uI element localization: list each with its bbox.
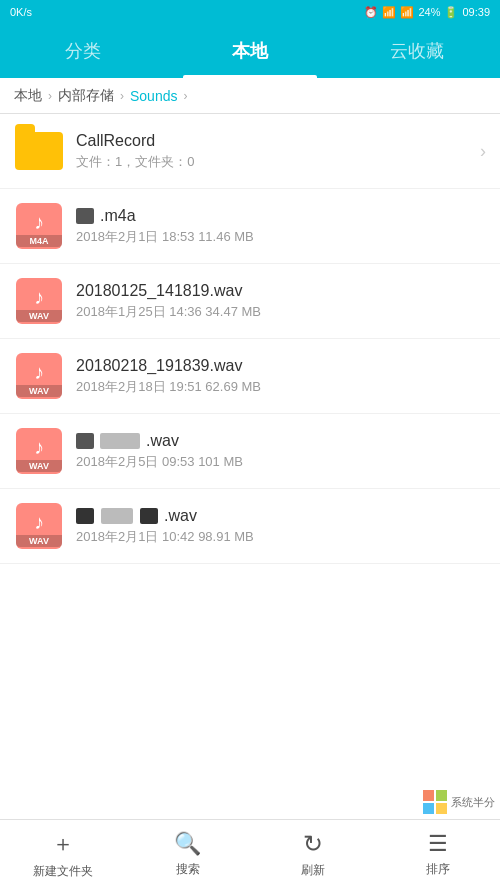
file-info: .wav 2018年2月5日 09:53 101 MB (76, 432, 486, 471)
tab-local-label: 本地 (232, 39, 268, 63)
new-folder-button[interactable]: ＋ 新建文件夹 (0, 829, 125, 880)
breadcrumb: 本地 › 内部存储 › Sounds › (0, 78, 500, 114)
file-meta: 文件：1，文件夹：0 (76, 153, 472, 171)
bottom-bar: ＋ 新建文件夹 🔍 搜索 ↺ 刷新 ☰ 排序 (0, 819, 500, 889)
breadcrumb-sounds[interactable]: Sounds (130, 88, 177, 104)
battery-level: 24% (418, 6, 440, 18)
audio-icon: ♪ WAV (14, 351, 64, 401)
breadcrumb-sep-3: › (183, 89, 187, 103)
refresh-button[interactable]: ↺ 刷新 (250, 830, 375, 879)
format-label: M4A (16, 235, 62, 247)
alarm-icon: ⏰ (364, 6, 378, 19)
windows-logo-icon (423, 790, 447, 814)
breadcrumb-internal[interactable]: 内部存储 (58, 87, 114, 105)
audio-icon: ♪ WAV (14, 501, 64, 551)
file-info: .m4a 2018年2月1日 18:53 11.46 MB (76, 207, 486, 246)
file-list: CallRecord 文件：1，文件夹：0 › ♪ M4A .m4a 2018年… (0, 114, 500, 819)
refresh-icon: ↺ (303, 830, 323, 858)
battery-icon: 🔋 (444, 6, 458, 19)
file-meta: 2018年1月25日 14:36 34.47 MB (76, 303, 486, 321)
win-logo-red (423, 790, 434, 801)
new-folder-label: 新建文件夹 (33, 863, 93, 880)
music-note-icon: ♪ (34, 361, 44, 384)
blur-block-a (76, 508, 94, 524)
format-label: WAV (16, 310, 62, 322)
file-name: .wav (76, 507, 486, 525)
file-meta: 2018年2月1日 10:42 98.91 MB (76, 528, 486, 546)
list-item[interactable]: ♪ WAV 20180125_141819.wav 2018年1月25日 14:… (0, 264, 500, 339)
file-meta: 2018年2月18日 19:51 62.69 MB (76, 378, 486, 396)
format-label: WAV (16, 460, 62, 472)
tab-local[interactable]: 本地 (167, 24, 334, 78)
list-item[interactable]: CallRecord 文件：1，文件夹：0 › (0, 114, 500, 189)
file-name: CallRecord (76, 132, 472, 150)
file-name: .wav (76, 432, 486, 450)
folder-icon (14, 126, 64, 176)
blur-block-b (101, 508, 133, 524)
blur-block (76, 208, 94, 224)
wifi-icon: 📶 (382, 6, 396, 19)
list-item[interactable]: ♪ WAV .wav 2018年2月1日 10:42 98.91 MB (0, 489, 500, 564)
refresh-label: 刷新 (301, 862, 325, 879)
network-speed: 0K/s (10, 6, 32, 18)
file-meta: 2018年2月5日 09:53 101 MB (76, 453, 486, 471)
file-meta: 2018年2月1日 18:53 11.46 MB (76, 228, 486, 246)
music-note-icon: ♪ (34, 511, 44, 534)
sort-label: 排序 (426, 861, 450, 878)
signal-icon: 📶 (400, 6, 414, 19)
list-item[interactable]: ♪ WAV .wav 2018年2月5日 09:53 101 MB (0, 414, 500, 489)
blur-block-2 (100, 433, 140, 449)
win-logo-yellow (436, 803, 447, 814)
breadcrumb-sep-1: › (48, 89, 52, 103)
file-name: 20180218_191839.wav (76, 357, 486, 375)
status-bar: 0K/s ⏰ 📶 📶 24% 🔋 09:39 (0, 0, 500, 24)
chevron-right-icon: › (480, 141, 486, 162)
win-logo-green (436, 790, 447, 801)
tab-cloud[interactable]: 云收藏 (333, 24, 500, 78)
file-info: 20180218_191839.wav 2018年2月18日 19:51 62.… (76, 357, 486, 396)
search-icon: 🔍 (174, 831, 201, 857)
blur-block-c (140, 508, 158, 524)
tab-bar: 分类 本地 云收藏 (0, 24, 500, 78)
file-name: 20180125_141819.wav (76, 282, 486, 300)
music-note-icon: ♪ (34, 286, 44, 309)
list-item[interactable]: ♪ M4A .m4a 2018年2月1日 18:53 11.46 MB (0, 189, 500, 264)
audio-icon: ♪ WAV (14, 426, 64, 476)
sort-button[interactable]: ☰ 排序 (375, 831, 500, 878)
watermark-text: 系统半分 (451, 795, 495, 810)
file-info: CallRecord 文件：1，文件夹：0 (76, 132, 472, 171)
file-info: 20180125_141819.wav 2018年1月25日 14:36 34.… (76, 282, 486, 321)
file-name: .m4a (76, 207, 486, 225)
breadcrumb-sep-2: › (120, 89, 124, 103)
format-label: WAV (16, 535, 62, 547)
audio-icon: ♪ M4A (14, 201, 64, 251)
tab-cloud-label: 云收藏 (390, 39, 444, 63)
music-note-icon: ♪ (34, 436, 44, 459)
tab-classify-label: 分类 (65, 39, 101, 63)
blur-block-1 (76, 433, 94, 449)
search-button[interactable]: 🔍 搜索 (125, 831, 250, 878)
list-item[interactable]: ♪ WAV 20180218_191839.wav 2018年2月18日 19:… (0, 339, 500, 414)
sort-icon: ☰ (428, 831, 448, 857)
music-note-icon: ♪ (34, 211, 44, 234)
file-info: .wav 2018年2月1日 10:42 98.91 MB (76, 507, 486, 546)
win-logo-blue (423, 803, 434, 814)
audio-icon: ♪ WAV (14, 276, 64, 326)
search-label: 搜索 (176, 861, 200, 878)
tab-classify[interactable]: 分类 (0, 24, 167, 78)
clock: 09:39 (462, 6, 490, 18)
format-label: WAV (16, 385, 62, 397)
breadcrumb-local[interactable]: 本地 (14, 87, 42, 105)
plus-icon: ＋ (52, 829, 74, 859)
watermark: 系统半分 (423, 790, 495, 814)
